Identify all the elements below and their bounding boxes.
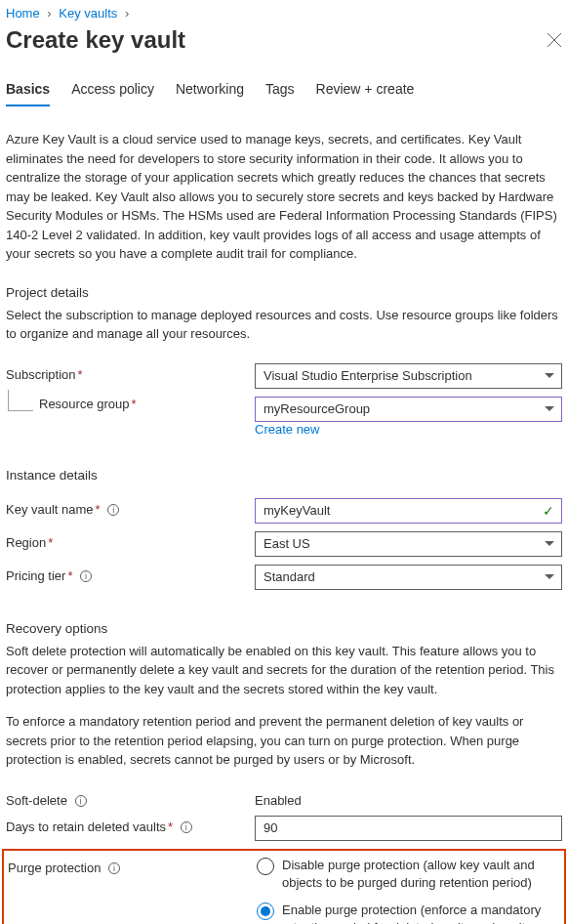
region-select[interactable]: East US (255, 531, 562, 557)
breadcrumb-keyvaults[interactable]: Key vaults (59, 6, 117, 21)
project-details-desc: Select the subscription to manage deploy… (6, 306, 562, 344)
recovery-options-heading: Recovery options (6, 621, 562, 636)
region-label: Region* (6, 531, 255, 550)
purge-protection-label: Purge protection i (8, 857, 257, 875)
purge-enable-label: Enable purge protection (enforce a manda… (282, 902, 560, 924)
tab-review-create[interactable]: Review + create (316, 81, 415, 106)
tab-networking[interactable]: Networking (176, 81, 244, 106)
subscription-select[interactable]: Visual Studio Enterprise Subscription (255, 363, 562, 389)
resource-group-select[interactable]: myResourceGroup (255, 397, 562, 422)
radio-icon (257, 858, 274, 875)
project-details-heading: Project details (6, 285, 562, 300)
purge-enable-radio[interactable]: Enable purge protection (enforce a manda… (257, 902, 560, 924)
page-title: Create key vault (6, 26, 185, 54)
check-icon: ✓ (543, 503, 554, 519)
close-icon[interactable] (547, 32, 562, 48)
tab-access-policy[interactable]: Access policy (71, 81, 154, 106)
subscription-label: Subscription* (6, 363, 255, 382)
info-icon[interactable]: i (80, 570, 92, 582)
tab-basics[interactable]: Basics (6, 81, 50, 106)
purge-protection-highlight: Purge protection i Disable purge protect… (2, 849, 566, 925)
keyvault-name-label: Key vault name* i (6, 498, 255, 517)
pricing-tier-select[interactable]: Standard (255, 565, 562, 590)
instance-details-heading: Instance details (6, 468, 562, 483)
purge-disable-label: Disable purge protection (allow key vaul… (282, 857, 560, 892)
info-icon[interactable]: i (107, 504, 119, 516)
soft-delete-value: Enabled (255, 789, 562, 808)
info-icon[interactable]: i (181, 821, 192, 833)
create-new-link[interactable]: Create new (255, 422, 319, 437)
breadcrumb: Home › Key vaults › (6, 6, 562, 21)
resource-group-label: Resource group* (6, 397, 255, 411)
retention-days-label: Days to retain deleted vaults* i (6, 816, 255, 834)
info-icon[interactable]: i (75, 795, 87, 807)
radio-icon (257, 903, 274, 920)
purge-protection-radio-group: Disable purge protection (allow key vaul… (257, 857, 560, 925)
tab-tags[interactable]: Tags (265, 81, 295, 106)
chevron-right-icon: › (47, 6, 51, 21)
keyvault-name-input[interactable] (255, 498, 562, 524)
retention-days-input[interactable] (255, 816, 562, 841)
tabs: Basics Access policy Networking Tags Rev… (6, 81, 562, 106)
intro-text: Azure Key Vault is a cloud service used … (6, 130, 562, 264)
pricing-tier-label: Pricing tier* i (6, 565, 255, 583)
chevron-right-icon: › (125, 6, 129, 21)
info-icon[interactable]: i (108, 862, 120, 874)
soft-delete-label: Soft-delete i (6, 789, 255, 808)
purge-disable-radio[interactable]: Disable purge protection (allow key vaul… (257, 857, 560, 892)
breadcrumb-home[interactable]: Home (6, 6, 40, 21)
recovery-desc-2: To enforce a mandatory retention period … (6, 712, 562, 770)
recovery-desc-1: Soft delete protection will automaticall… (6, 642, 562, 699)
